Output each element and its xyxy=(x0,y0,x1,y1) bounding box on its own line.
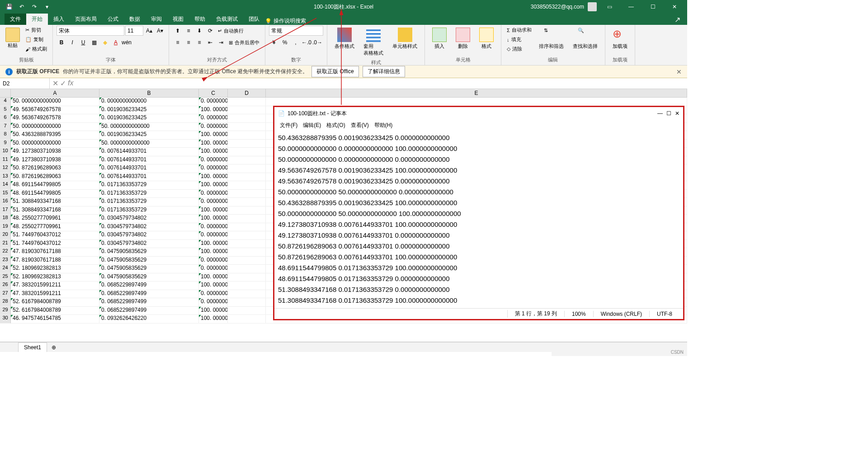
increase-decimal-icon[interactable]: ←.0 xyxy=(302,38,311,47)
cell[interactable]: 46. 9475746154785 xyxy=(11,315,99,323)
cell[interactable] xyxy=(228,156,266,165)
tab-insert[interactable]: 插入 xyxy=(48,14,70,25)
cell[interactable]: 0. 0000000000000 xyxy=(199,265,228,273)
cell[interactable]: 0. 0019036233425 xyxy=(99,114,199,123)
tab-help[interactable]: 帮助 xyxy=(189,14,211,25)
format-cell-button[interactable]: 格式 xyxy=(476,26,497,52)
cell[interactable]: 48. 6911544799805 xyxy=(11,181,99,190)
cell[interactable] xyxy=(228,315,266,323)
cell[interactable]: 0. 0000000000000 xyxy=(199,190,228,198)
currency-icon[interactable]: ¥ xyxy=(269,38,279,47)
cell[interactable]: 48. 2550277709961 xyxy=(11,223,99,232)
addin-button[interactable]: ⊕加载项 xyxy=(609,26,631,52)
tab-team[interactable]: 团队 xyxy=(243,14,265,25)
np-menu-edit[interactable]: 编辑(E) xyxy=(301,121,323,130)
row-header[interactable]: 29 xyxy=(0,307,11,315)
share-icon[interactable]: ↗ xyxy=(672,14,683,25)
indent-inc-icon[interactable]: ⇥ xyxy=(216,38,226,47)
tab-view[interactable]: 视图 xyxy=(167,14,189,25)
cell[interactable] xyxy=(266,98,687,106)
cell[interactable]: 50. 0000000000000 xyxy=(99,140,199,148)
tab-formula[interactable]: 公式 xyxy=(102,14,124,25)
cell[interactable] xyxy=(228,114,266,123)
row-header[interactable]: 5 xyxy=(0,106,11,115)
cell[interactable]: 100. 0000000000000 xyxy=(199,106,228,115)
ribbon-options-icon[interactable]: ▭ xyxy=(600,0,618,14)
cell[interactable] xyxy=(228,298,266,307)
np-menu-file[interactable]: 文件(F) xyxy=(278,121,299,130)
cell[interactable]: 100. 0000000000000 xyxy=(199,206,228,215)
redo-icon[interactable]: ↷ xyxy=(29,1,40,12)
tab-layout[interactable]: 页面布局 xyxy=(70,14,102,25)
row-header[interactable]: 6 xyxy=(0,114,11,123)
col-header[interactable]: C xyxy=(199,89,228,98)
row-header[interactable]: 20 xyxy=(0,231,11,240)
fill-button[interactable]: ↓填充 xyxy=(505,35,533,44)
align-middle-icon[interactable]: ≡ xyxy=(184,26,193,36)
cell[interactable] xyxy=(228,215,266,223)
cell[interactable]: 50. 0000000000000 xyxy=(11,123,99,131)
cell[interactable]: 0. 0000000000000 xyxy=(199,223,228,232)
percent-icon[interactable]: % xyxy=(280,38,290,47)
cell[interactable]: 0. 0475905835629 xyxy=(99,265,199,273)
col-header[interactable]: E xyxy=(266,89,687,98)
cell[interactable]: 100. 0000000000000 xyxy=(199,148,228,156)
cell[interactable]: 0. 0171363353729 xyxy=(99,198,199,206)
tab-file[interactable]: 文件 xyxy=(5,14,26,25)
cell[interactable]: 0. 0475905835629 xyxy=(99,273,199,282)
cell[interactable] xyxy=(228,98,266,106)
cell[interactable]: 49. 5636749267578 xyxy=(11,114,99,123)
row-header[interactable]: 7 xyxy=(0,123,11,131)
notepad-title-bar[interactable]: 📄 100-100圆柱.txt - 记事本 — ☐ ✕ xyxy=(274,107,683,120)
cell[interactable]: 51. 7449760437012 xyxy=(11,231,99,240)
row-header[interactable]: 11 xyxy=(0,156,11,165)
cell[interactable]: 0. 0685229897499 xyxy=(99,290,199,299)
avatar-icon[interactable] xyxy=(588,2,597,11)
cell[interactable]: 48. 2550277709961 xyxy=(11,215,99,223)
cell[interactable]: 50. 4363288879395 xyxy=(11,131,99,140)
close-icon[interactable]: ✕ xyxy=(665,0,684,14)
cell[interactable]: 100. 0000000000000 xyxy=(199,273,228,282)
cell[interactable]: 52. 1809692382813 xyxy=(11,273,99,282)
cell[interactable]: 50. 0000000000000 xyxy=(11,140,99,148)
row-header[interactable]: 22 xyxy=(0,248,11,257)
wrap-button[interactable]: ↵自动换行 xyxy=(216,27,245,35)
cell[interactable]: 51. 3088493347168 xyxy=(11,198,99,206)
cell[interactable] xyxy=(228,273,266,282)
row-header[interactable]: 30 xyxy=(0,315,11,323)
cell[interactable] xyxy=(228,281,266,290)
cell[interactable]: 49. 1273803710938 xyxy=(11,148,99,156)
tab-load[interactable]: 负载测试 xyxy=(211,14,243,25)
cell[interactable]: 49. 5636749267578 xyxy=(11,106,99,115)
col-header[interactable]: A xyxy=(11,89,99,98)
cell[interactable]: 0. 0076144933701 xyxy=(99,173,199,182)
cell[interactable]: 100. 0000000000000 xyxy=(199,140,228,148)
sort-filter-button[interactable]: ⇅排序和筛选 xyxy=(535,26,567,52)
cell[interactable] xyxy=(228,257,266,265)
insert-cell-button[interactable]: 插入 xyxy=(429,26,450,52)
indent-dec-icon[interactable]: ⇤ xyxy=(205,38,215,47)
cell[interactable] xyxy=(228,307,266,315)
cell[interactable]: 47. 8190307617188 xyxy=(11,248,99,257)
copy-button[interactable]: 📋复制 xyxy=(24,35,49,44)
italic-button[interactable]: I xyxy=(67,38,77,47)
cell[interactable] xyxy=(228,106,266,115)
align-bottom-icon[interactable]: ⬇ xyxy=(194,26,204,36)
cell-style-button[interactable]: 单元格样式 xyxy=(389,26,421,52)
cell[interactable]: 47. 8190307617188 xyxy=(11,257,99,265)
cell[interactable]: 52. 6167984008789 xyxy=(11,307,99,315)
cut-button[interactable]: ✂剪切 xyxy=(24,26,49,34)
clear-button[interactable]: ◇清除 xyxy=(505,45,533,53)
cell[interactable]: 0. 0304579734802 xyxy=(99,240,199,248)
increase-font-icon[interactable]: A▴ xyxy=(144,26,154,36)
cell[interactable]: 0. 0076144933701 xyxy=(99,164,199,173)
decrease-decimal-icon[interactable]: .0→ xyxy=(312,38,322,47)
align-left-icon[interactable]: ≡ xyxy=(173,38,183,47)
font-size-select[interactable] xyxy=(125,26,143,36)
row-header[interactable]: 28 xyxy=(0,298,11,307)
decrease-font-icon[interactable]: A▾ xyxy=(155,26,165,36)
cell[interactable]: 0. 0019036233425 xyxy=(99,131,199,140)
cell[interactable]: 0. 0076144933701 xyxy=(99,156,199,165)
row-header[interactable]: 16 xyxy=(0,198,11,206)
cell[interactable] xyxy=(228,223,266,232)
